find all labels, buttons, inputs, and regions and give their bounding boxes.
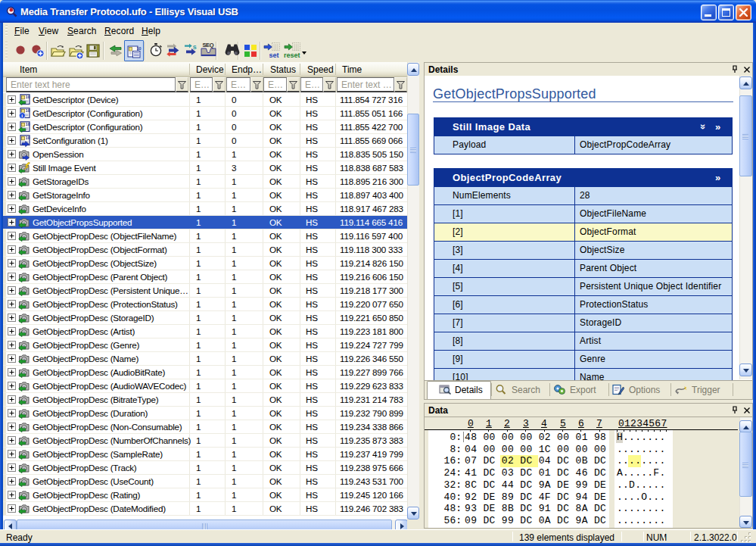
svg-text:set: set (269, 51, 279, 59)
svg-text:reset: reset (284, 51, 300, 59)
svg-text:SEQ: SEQ (203, 42, 214, 48)
svg-text:i: i (21, 113, 23, 118)
svg-text:10: 10 (26, 136, 30, 140)
svg-text:10: 10 (137, 46, 142, 51)
svg-text:10: 10 (26, 95, 30, 99)
svg-text:10: 10 (26, 108, 30, 113)
svg-text:10: 10 (26, 122, 30, 126)
